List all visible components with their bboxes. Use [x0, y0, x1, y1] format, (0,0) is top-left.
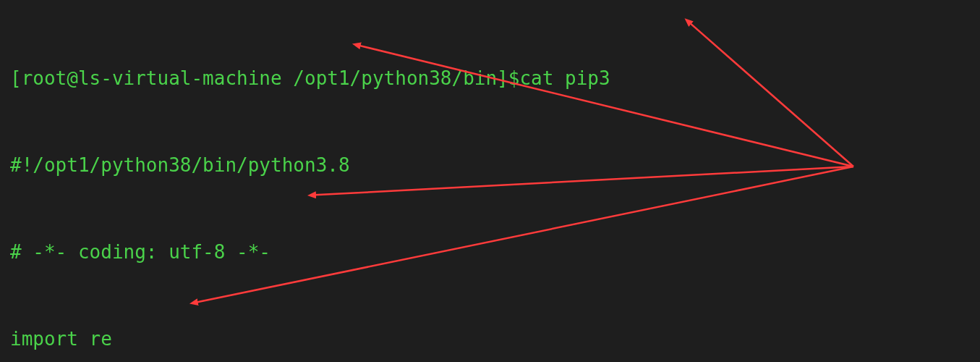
- file-line: import re: [10, 324, 970, 353]
- prompt-close: ]: [497, 67, 508, 89]
- file-line: #!/opt1/python38/bin/python3.8: [10, 151, 970, 180]
- annotation-arrow: [197, 167, 853, 303]
- prompt-path: /opt1/python38/bin: [293, 67, 497, 89]
- file-line: # -*- coding: utf-8 -*-: [10, 237, 970, 266]
- prompt-line-1: [root@ls-virtual-machine /opt1/python38/…: [10, 64, 970, 93]
- command-cat: cat pip3: [519, 67, 610, 89]
- terminal-window[interactable]: [root@ls-virtual-machine /opt1/python38/…: [0, 0, 980, 362]
- prompt-dollar: $: [508, 67, 520, 89]
- prompt-user-host: [root@ls-virtual-machine: [10, 67, 293, 89]
- annotation-arrows: [0, 0, 980, 362]
- annotation-arrow: [690, 23, 853, 167]
